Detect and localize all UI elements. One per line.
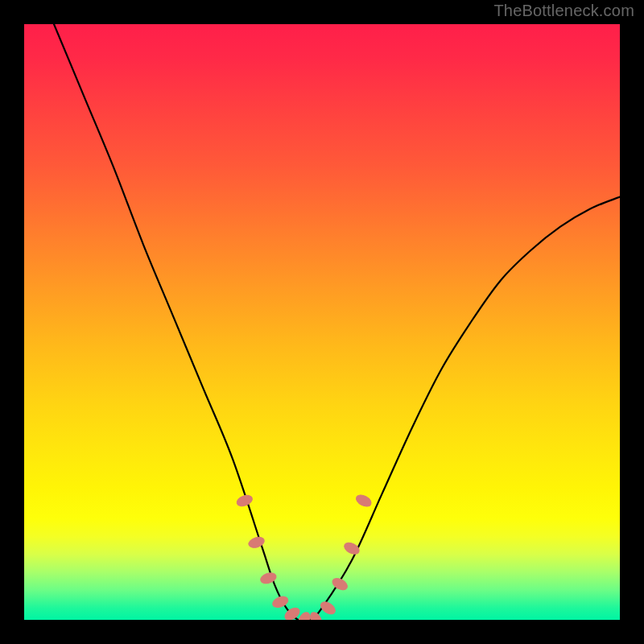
curve-marker [342,540,361,556]
curve-marker [354,493,373,509]
curve-marker [319,600,337,617]
marker-group [235,493,373,620]
bottleneck-curve [54,24,620,620]
chart-frame: TheBottleneck.com [0,0,644,644]
curve-svg [24,24,620,620]
curve-marker [235,493,254,508]
plot-area [24,24,620,620]
watermark-text: TheBottleneck.com [493,2,634,20]
curve-marker [308,610,324,620]
